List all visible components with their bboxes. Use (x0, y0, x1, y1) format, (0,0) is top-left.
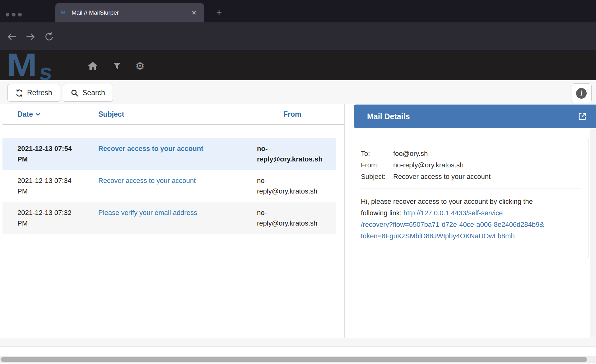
mail-date: 2021-12-13 07:34 PM (17, 175, 78, 197)
svg-text:s: s (38, 59, 54, 80)
tab-title: Mail // MailSlurper (72, 9, 189, 16)
window-dot[interactable] (12, 13, 16, 16)
forward-arrow-icon (25, 31, 36, 42)
back-arrow-icon (7, 31, 17, 42)
recovery-link-line1: http://127.0.0.1:4433/self-service (403, 209, 503, 217)
refresh-icon (15, 89, 23, 97)
browser-tab[interactable]: M s Mail // MailSlurper ✕ (55, 3, 204, 22)
settings-button[interactable]: ⚙ (133, 59, 147, 73)
search-button[interactable]: Search (63, 84, 113, 102)
tab-close-icon[interactable]: ✕ (189, 8, 198, 18)
column-header-subject[interactable]: Subject (98, 110, 257, 119)
info-button[interactable]: i (571, 83, 592, 103)
mail-date: 2021-12-13 07:54 PM (17, 143, 78, 165)
column-header-date[interactable]: Date (17, 110, 98, 119)
window-dot[interactable] (6, 13, 9, 16)
mail-subject-link[interactable]: Please verify your email address (98, 209, 197, 217)
recovery-link-line3: token=8FguKzSMblD88JWIpby4OKNaUOwLb8mh (361, 230, 581, 242)
from-value: no-reply@ory.kratos.sh (393, 159, 581, 171)
page-footer-band (0, 347, 596, 356)
details-scroll-gutter (590, 128, 596, 338)
mail-subject-link[interactable]: Recover access to your account (98, 145, 203, 152)
refresh-button[interactable]: Refresh (7, 84, 60, 102)
to-label: To: (361, 148, 393, 159)
mailslurper-favicon: M s (61, 9, 68, 16)
info-icon: i (576, 88, 587, 99)
filter-button[interactable] (110, 59, 124, 73)
svg-text:M: M (7, 50, 37, 80)
mail-from: no-reply@ory.kratos.sh (257, 143, 333, 165)
mailslurper-logo: M s (7, 50, 72, 80)
window-dot[interactable] (18, 13, 22, 16)
mail-from: no-reply@ory.kratos.sh (257, 175, 328, 197)
open-external-icon[interactable] (577, 111, 587, 121)
horizontal-scrollbar[interactable] (0, 356, 596, 363)
reload-button[interactable] (42, 30, 56, 44)
subject-value: Recover access to your account (393, 171, 581, 182)
content-footer-band (0, 338, 596, 347)
subject-label: Subject: (361, 171, 393, 182)
mail-subject-link[interactable]: Recover access to your account (98, 177, 196, 184)
date-header-label: Date (17, 110, 33, 119)
back-button[interactable] (5, 30, 19, 44)
filter-icon (112, 61, 122, 71)
bottom-strip (0, 363, 596, 364)
column-header-from[interactable]: From (257, 110, 344, 119)
mail-from: no-reply@ory.kratos.sh (257, 208, 328, 229)
mail-list-panel: Date Subject From 2021-12-13 07:54 PM Re… (2, 104, 345, 338)
refresh-label: Refresh (27, 89, 52, 97)
table-row[interactable]: 2021-12-13 07:34 PM Recover access to yo… (2, 170, 336, 202)
recovery-link-line2: /recovery?flow=6507ba71-d72e-40ce-a006-8… (361, 219, 581, 230)
body-text-line1: Hi, please recover access to your accoun… (361, 196, 581, 207)
mail-date: 2021-12-13 07:32 PM (17, 208, 78, 229)
mail-rows: 2021-12-13 07:54 PM Recover access to yo… (2, 138, 336, 234)
reload-icon (44, 31, 54, 42)
mail-body: Hi, please recover access to your accoun… (361, 196, 581, 242)
subject-header-label: Subject (98, 110, 124, 119)
app-toolbar: Refresh Search i (0, 80, 596, 104)
sort-desc-chevron-icon (35, 113, 40, 116)
scrollbar-thumb[interactable] (1, 357, 587, 362)
browser-tab-bar: M s Mail // MailSlurper ✕ + (0, 0, 596, 22)
svg-text:s: s (65, 12, 67, 16)
window-controls[interactable] (6, 13, 22, 16)
body-text-line2: following link: (361, 209, 403, 217)
gear-icon: ⚙ (135, 61, 145, 71)
mail-list-header: Date Subject From (2, 104, 344, 125)
details-divider (361, 189, 581, 189)
new-tab-button[interactable]: + (212, 6, 226, 19)
to-value: foo@ory.sh (393, 148, 581, 159)
home-button[interactable] (86, 59, 100, 73)
forward-button[interactable] (24, 30, 37, 44)
home-icon (87, 60, 99, 72)
browser-nav-toolbar: 127.0.0.1:4436/# 90% ☆ » (0, 22, 596, 50)
table-row[interactable]: 2021-12-13 07:54 PM Recover access to yo… (2, 138, 336, 170)
mail-details-header: Mail Details (354, 105, 596, 128)
from-label: From: (361, 159, 393, 171)
search-label: Search (82, 89, 105, 97)
from-header-label: From (283, 110, 301, 119)
mail-details-card: To: foo@ory.sh From: no-reply@ory.kratos… (354, 139, 589, 258)
mail-details-title: Mail Details (367, 112, 577, 121)
search-icon (71, 89, 79, 97)
table-row[interactable]: 2021-12-13 07:32 PM Please verify your e… (2, 202, 336, 234)
